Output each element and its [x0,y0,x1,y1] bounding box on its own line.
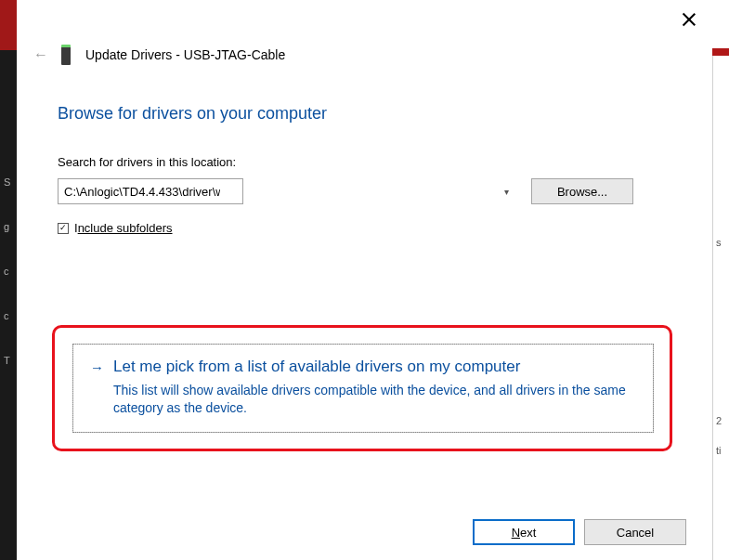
command-link-description: This list will show available drivers co… [113,382,634,417]
search-path-input[interactable] [58,178,243,204]
cancel-button[interactable]: Cancel [584,519,686,545]
close-icon[interactable] [681,11,697,28]
dialog-header: ← Update Drivers - USB-JTAG-Cable [17,0,712,65]
back-arrow-icon[interactable]: ← [33,48,46,61]
include-subfolders-label: Include subfolders [74,221,173,235]
title-device: USB-JTAG-Cable [184,47,285,62]
include-subfolders-checkbox[interactable]: ✓ [58,223,69,234]
search-section: Search for drivers in this location: ▾ B… [58,155,633,235]
dialog-title: Update Drivers - USB-JTAG-Cable [85,47,285,62]
page-heading: Browse for drivers on your computer [58,104,712,124]
chevron-down-icon: ▾ [504,187,509,197]
path-combobox[interactable]: ▾ [58,178,516,204]
pick-from-list-command-link[interactable]: → Let me pick from a list of available d… [72,344,654,433]
background-app-right: s2ti [712,56,729,560]
search-path-label: Search for drivers in this location: [58,155,633,169]
background-app-sidebar: SgccT [0,50,17,560]
dialog-footer: Next Cancel [473,519,686,545]
next-button[interactable]: Next [473,519,575,545]
device-icon [61,45,71,65]
title-prefix: Update Drivers - [85,47,184,62]
background-app-strip [712,48,729,56]
command-link-title: Let me pick from a list of available dri… [113,358,520,376]
update-drivers-dialog: ← Update Drivers - USB-JTAG-Cable Browse… [17,0,712,560]
background-app-strip [0,0,17,50]
arrow-right-icon: → [90,359,104,375]
browse-button[interactable]: Browse... [531,178,633,204]
